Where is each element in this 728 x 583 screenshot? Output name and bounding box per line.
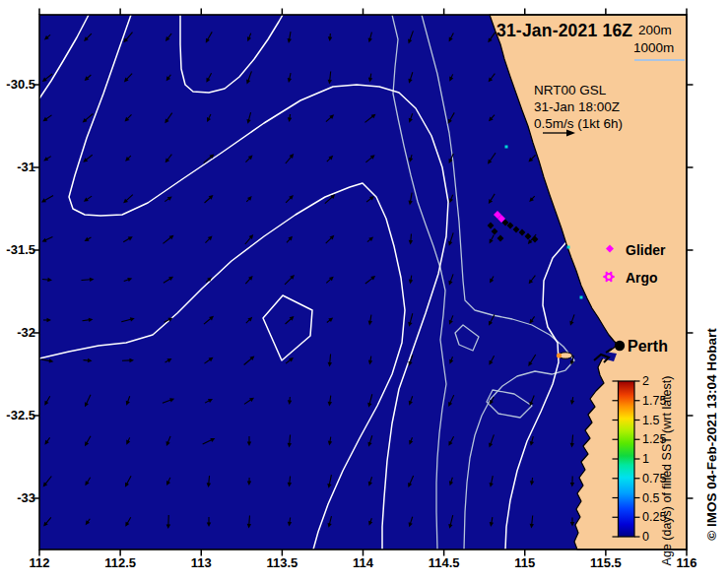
x-tick-label: 114 [353, 555, 373, 570]
y-tick-label: -30.5 [0, 77, 35, 92]
perth-city-dot [615, 341, 625, 351]
y-tick-label: -31 [0, 160, 35, 174]
depth-legend-1000m: 1000m [633, 40, 674, 55]
y-tick-label: -33 [0, 490, 35, 505]
legend-glider-label: Glider [626, 242, 665, 258]
colorbar-tick-label: 1.75 [642, 393, 666, 407]
sst-age-map-figure: 31-Jan-2021 16Z 200m 1000m NRT00 GSL 31-… [0, 0, 728, 583]
map-title: 31-Jan-2021 16Z [496, 21, 632, 41]
colorbar [619, 381, 635, 537]
x-tick-label: 113.5 [266, 555, 298, 570]
copyright-notice: © IMOS 04-Feb-2021 13:04 Hobart [704, 328, 719, 541]
x-tick-label: 115 [514, 555, 535, 570]
island-age-dot [557, 353, 562, 357]
x-tick-label: 112.5 [104, 555, 136, 570]
x-tick-label: 113 [191, 555, 212, 570]
colorbar-tick-label: 0.25 [642, 510, 666, 524]
colorbar-tick-label: 1.5 [642, 413, 659, 426]
x-tick-label: 115.5 [590, 555, 622, 570]
y-tick-label: -32.5 [0, 408, 35, 422]
colorbar-tick-label: 0.5 [642, 490, 659, 504]
colorbar-tick-label: 2 [642, 374, 649, 388]
y-tick-label: -31.5 [0, 242, 35, 257]
x-tick-label: 112 [30, 555, 50, 570]
colorbar-tick-label: 1.25 [642, 432, 666, 446]
map-canvas [0, 0, 728, 583]
perth-label: Perth [628, 338, 668, 356]
x-tick-label: 114.5 [429, 555, 460, 570]
colorbar-tick-label: 1 [642, 452, 649, 466]
depth-legend-200m: 200m [638, 23, 672, 37]
annotation-model: NRT00 GSL [534, 83, 606, 97]
annotation-speed-scale: 0.5m/s (1kt 6h) [534, 116, 623, 131]
legend-argo-label: Argo [626, 270, 658, 286]
x-tick-label: 116 [677, 555, 697, 570]
colorbar-tick-label: 0 [642, 530, 649, 544]
y-tick-label: -32 [0, 325, 35, 340]
annotation-valid-time: 31-Jan 18:00Z [534, 99, 620, 114]
colorbar-tick-label: 0.75 [642, 471, 666, 485]
